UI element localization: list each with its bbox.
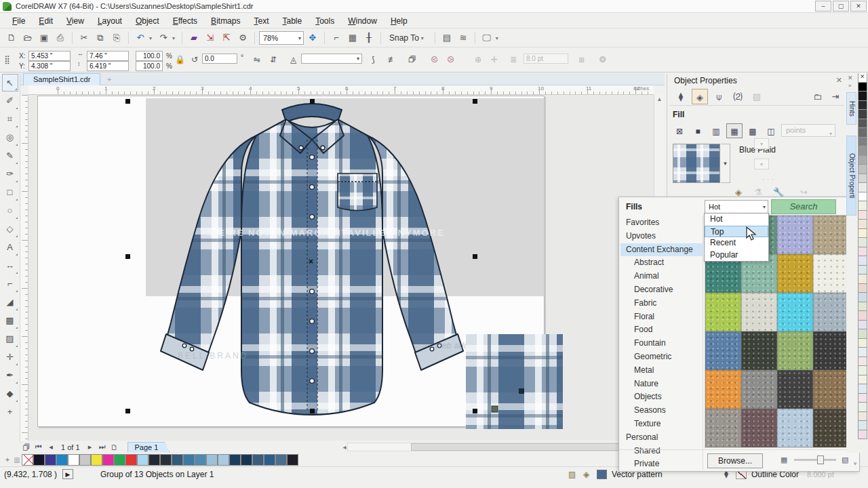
scale-y-field[interactable]: 100.0 — [136, 61, 163, 71]
to-front-icon[interactable]: ⧀ — [431, 55, 438, 64]
well-color-swatch[interactable] — [858, 321, 867, 330]
last-page-icon[interactable]: ⏭ — [96, 443, 108, 451]
well-color-swatch[interactable] — [858, 229, 867, 239]
swatch-cyan-floral[interactable] — [777, 293, 813, 331]
swatch-bluegray-knit[interactable] — [813, 293, 849, 331]
color-swatch[interactable] — [137, 454, 149, 466]
menu-edit[interactable]: Edit — [32, 14, 60, 28]
mirror-horizontal-icon[interactable]: ⇋ — [254, 55, 260, 64]
selection-handle[interactable] — [473, 409, 477, 413]
menu-text[interactable]: Text — [247, 14, 275, 28]
well-color-swatch[interactable] — [858, 421, 867, 430]
color-swatch[interactable] — [33, 454, 45, 466]
menu-help[interactable]: Help — [384, 14, 414, 28]
category-fountain[interactable]: Fountain — [620, 337, 703, 350]
search-button[interactable]: Search — [771, 199, 836, 214]
color-swatch[interactable] — [172, 454, 183, 466]
swatch-blue-lace[interactable] — [777, 409, 813, 447]
filter-option-top[interactable]: Top — [705, 226, 768, 238]
menu-bitmaps[interactable]: Bitmaps — [204, 14, 247, 28]
freehand-tool-icon[interactable]: ✎ — [2, 147, 18, 165]
hints-tab[interactable]: Hints — [846, 92, 856, 125]
swatch-dark-camo[interactable] — [741, 331, 777, 370]
eyedropper-tool-icon[interactable]: ✛ — [2, 348, 18, 366]
category-food[interactable]: Food — [620, 323, 703, 337]
category-favorites[interactable]: Favorites — [620, 216, 703, 230]
swatch-pebble-speckle[interactable] — [813, 216, 849, 254]
category-content-exchange[interactable]: Content Exchange — [620, 243, 703, 257]
category-abstract[interactable]: Abstract — [620, 256, 703, 270]
outline-pen-tool-icon[interactable]: ✒ — [2, 367, 18, 384]
to-back-icon[interactable]: ⧁ — [448, 55, 454, 64]
maximize-button[interactable]: ▢ — [833, 1, 849, 12]
search-content-icon[interactable]: ▰ — [186, 30, 201, 45]
shape-tool-icon[interactable]: ✐ — [2, 92, 18, 110]
well-color-swatch[interactable] — [858, 348, 867, 357]
category-decorative[interactable]: Decorative — [620, 283, 703, 297]
pick-tool-icon[interactable]: ↖ — [2, 74, 18, 92]
well-color-swatch[interactable] — [858, 274, 867, 284]
swatch-blue-plaid[interactable] — [705, 331, 741, 370]
color-swatch[interactable] — [241, 454, 252, 466]
large-thumbnails-icon[interactable]: ▧ — [842, 455, 848, 464]
zoom-tool-icon[interactable]: ◎ — [2, 129, 18, 146]
color-swatch[interactable] — [160, 454, 172, 466]
menu-effects[interactable]: Effects — [166, 14, 204, 28]
fill-winding-icon[interactable]: ◈ — [735, 187, 742, 197]
color-swatch[interactable] — [56, 454, 68, 466]
menu-window[interactable]: Window — [341, 14, 384, 28]
well-color-swatch[interactable] — [858, 339, 867, 348]
color-swatch[interactable] — [114, 454, 125, 466]
rectangle-tool-icon[interactable]: □ — [2, 184, 18, 201]
mirror-vertical-icon[interactable]: ⇵ — [270, 55, 277, 64]
well-color-swatch[interactable] — [858, 220, 867, 229]
palette-options-icon[interactable]: ▥ — [12, 456, 22, 464]
well-color-swatch[interactable] — [858, 311, 867, 321]
well-color-swatch[interactable] — [858, 83, 867, 92]
well-color-swatch[interactable] — [858, 302, 867, 312]
pattern-preview-swatch[interactable] — [673, 144, 720, 183]
horizontal-ruler[interactable]: 0123456789101112 — [28, 85, 654, 95]
well-color-swatch[interactable] — [858, 201, 867, 211]
slider-thumb[interactable] — [817, 455, 824, 464]
connector-tool-icon[interactable]: ⌐ — [2, 275, 18, 293]
styles-icon[interactable]: ≋ — [456, 30, 471, 45]
filter-option-hot[interactable]: Hot — [705, 214, 768, 226]
open-icon[interactable]: 🗁 — [20, 30, 35, 45]
crop-tool-icon[interactable]: ⌗ — [2, 110, 18, 128]
color-swatch[interactable] — [68, 454, 79, 466]
redo-icon[interactable]: ↷ — [156, 30, 171, 45]
close-button[interactable]: ✕ — [850, 1, 867, 12]
color-swatch[interactable] — [91, 454, 102, 466]
edit-fill-icon[interactable]: ≢ — [388, 55, 396, 64]
selection-handle[interactable] — [125, 409, 130, 413]
swatch-green-stripe[interactable] — [777, 331, 813, 370]
width-field[interactable]: 7.46 " — [87, 51, 129, 61]
ellipse-tool-icon[interactable]: ○ — [2, 202, 18, 220]
pan-icon[interactable]: ✥ — [305, 30, 320, 45]
paste-icon[interactable]: ⎘ — [109, 30, 124, 45]
no-color-swatch[interactable] — [858, 73, 867, 83]
well-color-swatch[interactable] — [858, 266, 867, 275]
well-color-swatch[interactable] — [858, 101, 867, 110]
well-color-swatch[interactable] — [858, 247, 867, 257]
menu-file[interactable]: File — [5, 14, 32, 28]
menu-table[interactable]: Table — [275, 14, 309, 28]
filter-option-recent[interactable]: Recent — [705, 237, 768, 249]
category-seasons[interactable]: Seasons — [620, 404, 703, 418]
outline-tab-icon[interactable]: ⧫ — [673, 89, 689, 104]
edit-fill-settings-icon[interactable]: 🔧 — [773, 187, 784, 197]
well-color-swatch[interactable] — [858, 357, 867, 367]
menu-tools[interactable]: Tools — [309, 14, 341, 28]
vertical-ruler[interactable] — [20, 95, 28, 441]
coords-flyout-button[interactable]: ▶ — [62, 469, 73, 479]
new-document-icon[interactable]: 🗋 — [4, 30, 19, 45]
well-color-swatch[interactable] — [858, 192, 867, 202]
rotation-angle-field[interactable]: 0.0 — [202, 54, 237, 64]
color-swatch[interactable] — [275, 454, 287, 466]
category-objects[interactable]: Objects — [620, 390, 703, 404]
text-tool-icon[interactable]: A — [2, 239, 18, 256]
swatch-orange-knit[interactable] — [705, 370, 741, 409]
docker-close-icon[interactable]: ✕ — [836, 76, 842, 85]
fill-color-chip[interactable] — [597, 470, 607, 479]
